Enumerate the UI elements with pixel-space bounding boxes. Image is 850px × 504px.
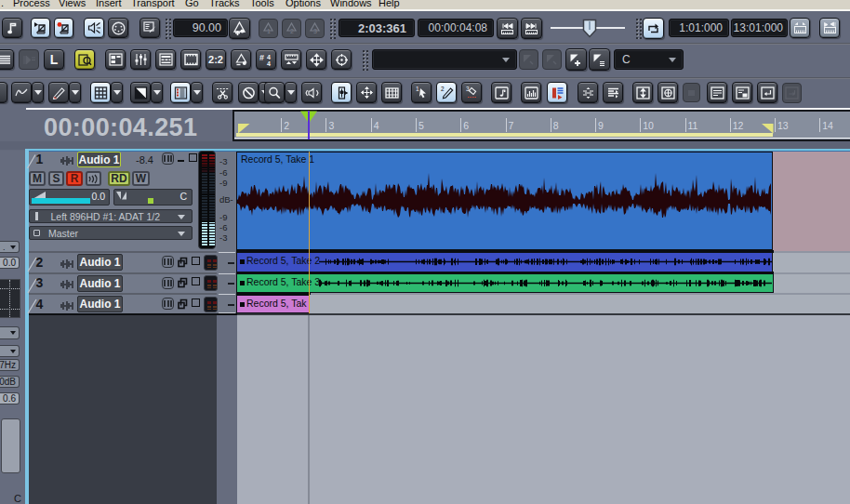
svg-text:1: 1 (267, 28, 271, 34)
svg-text:2: 2 (290, 28, 294, 34)
svg-text:1: 1 (416, 86, 419, 92)
svg-text:3: 3 (313, 28, 317, 34)
svg-text:2: 2 (441, 86, 445, 92)
svg-text:4: 4 (267, 54, 271, 60)
svg-text:#: # (259, 53, 264, 62)
svg-text:4: 4 (267, 60, 271, 67)
